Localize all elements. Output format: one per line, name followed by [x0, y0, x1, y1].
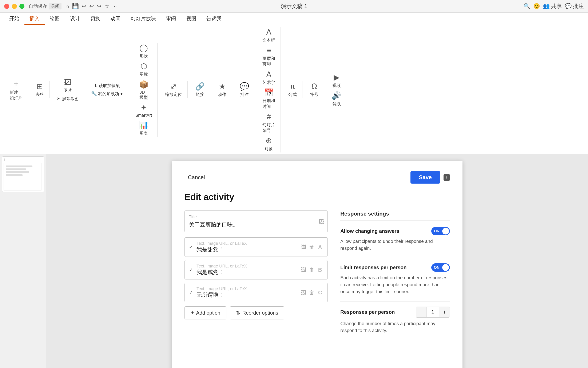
option-actions-b: 🖼 🗑 B [301, 267, 323, 273]
home-icon[interactable]: ⌂ [66, 3, 69, 9]
comment-insert-button[interactable]: 💬 批注 [238, 81, 251, 98]
option-letter-a: A [317, 244, 323, 250]
option-content-a[interactable]: Text, image URL, or LaTeX 我是甜党！ [196, 241, 298, 253]
share-button[interactable]: 👥 共享 [543, 2, 562, 10]
video-icon: ▶ [334, 73, 339, 82]
shapes-icon: ◯ [139, 44, 148, 52]
smartart-button[interactable]: ✦ SmartArt [133, 102, 154, 119]
datetime-button[interactable]: 📅 日期和时间 [260, 87, 277, 110]
action-button[interactable]: ★ 动作 [216, 81, 229, 98]
autosave-badge[interactable]: 关闭 [49, 3, 61, 9]
cancel-button[interactable]: Cancel [184, 172, 208, 182]
account-icon[interactable]: 😊 [533, 3, 540, 9]
allow-changing-toggle[interactable]: ON [431, 227, 450, 235]
screenshot-button[interactable]: ✂ 屏幕截图 [55, 95, 80, 102]
header-footer-button[interactable]: ≡ 页眉和页脚 [260, 45, 277, 68]
tab-tell-me[interactable]: 告诉我 [201, 13, 227, 25]
tab-design[interactable]: 设计 [65, 13, 85, 25]
canvas-area[interactable]: Cancel Save i Edit activity Title 关于豆腐脑的… [46, 154, 588, 368]
group-table: ⊞ 表格 [30, 81, 50, 98]
option-delete-icon-c[interactable]: 🗑 [309, 289, 314, 296]
get-addins-icon: ⬇ [94, 83, 97, 88]
redo-icon[interactable]: ↪ [97, 3, 102, 9]
tab-start[interactable]: 开始 [4, 13, 24, 25]
slide-number-button[interactable]: # 幻灯片编号 [260, 111, 277, 134]
video-button[interactable]: ▶ 视频 [330, 72, 343, 89]
option-content-c[interactable]: Text, image URL, or LaTeX 无所谓啦！ [196, 286, 298, 299]
close-button[interactable] [4, 4, 9, 9]
textbox-button[interactable]: A 文本框 [260, 27, 277, 44]
datetime-label: 日期和时间 [262, 98, 275, 109]
limit-responses-desc: Each activity has a limit on the number … [340, 274, 450, 295]
slide-number: 1 [4, 158, 43, 162]
comment-button[interactable]: 💬 批注 [565, 2, 584, 10]
allow-changing-setting: Allow changing answers ON Allow particip… [340, 227, 450, 252]
save-icon[interactable]: 💾 [72, 3, 79, 9]
autosave-label: 自动保存 [29, 3, 47, 9]
undo-icon[interactable]: ↩ [82, 3, 86, 9]
option-img-icon-c[interactable]: 🖼 [301, 289, 306, 296]
title-image-icon[interactable]: 🖼 [318, 218, 324, 225]
limit-responses-header: Limit responses per person ON [340, 263, 450, 272]
option-delete-icon-a[interactable]: 🗑 [309, 244, 314, 250]
audio-label: 音频 [332, 101, 341, 107]
tab-draw[interactable]: 绘图 [45, 13, 65, 25]
ribbon: 开始 插入 绘图 设计 切换 动画 幻灯片放映 审阅 视图 告诉我 ＋ 新建幻灯… [0, 13, 588, 154]
group-media: ▶ 视频 🔊 音频 [326, 72, 347, 108]
maximize-button[interactable] [19, 4, 24, 9]
plus-icon: + [191, 310, 194, 316]
reorder-options-label: Reorder options [242, 310, 278, 316]
table-button[interactable]: ⊞ 表格 [33, 81, 46, 98]
icons-button[interactable]: ⬡ 图标 [137, 61, 150, 78]
option-check-b: ✓ [189, 267, 193, 273]
tab-transitions[interactable]: 切换 [85, 13, 105, 25]
slide-thumbnail[interactable]: 1 [2, 156, 44, 192]
bookmark-icon[interactable]: ☆ [105, 3, 109, 9]
comment-insert-icon: 💬 [240, 82, 249, 91]
option-img-icon-b[interactable]: 🖼 [301, 267, 306, 273]
more-icon[interactable]: ··· [112, 3, 117, 9]
audio-button[interactable]: 🔊 音频 [330, 91, 343, 108]
save-button[interactable]: Save [410, 171, 440, 184]
tab-view[interactable]: 视图 [181, 13, 201, 25]
image-button[interactable]: 🖼 图片 [61, 77, 74, 94]
tab-animations[interactable]: 动画 [105, 13, 125, 25]
minimize-button[interactable] [12, 4, 17, 9]
title-input-container[interactable]: Title 关于豆腐脑的口味。 🖼 [184, 211, 328, 232]
slide-number-icon: # [267, 112, 271, 121]
reorder-options-button[interactable]: ⇅ Reorder options [230, 306, 284, 319]
stepper-decrement-button[interactable]: − [416, 307, 426, 317]
option-value-b: 我是咸党！ [196, 268, 298, 276]
get-addins-button[interactable]: ⬇ 获取加载项 [92, 82, 122, 89]
object-button[interactable]: ⊕ 对象 [262, 135, 275, 152]
link-icon: 🔗 [195, 82, 205, 91]
option-content-b[interactable]: Text, image URL, or LaTeX 我是咸党！ [196, 264, 298, 276]
new-slide-button[interactable]: ＋ 新建幻灯片 [8, 78, 24, 102]
get-addins-label: 获取加载项 [99, 83, 120, 89]
search-icon[interactable]: 🔍 [524, 3, 530, 9]
link-button[interactable]: 🔗 链接 [193, 81, 207, 98]
limit-responses-toggle[interactable]: ON [431, 263, 450, 272]
tab-review[interactable]: 审阅 [161, 13, 181, 25]
slide-thumb-inner [4, 163, 41, 191]
3d-model-button[interactable]: 📦 3D模型 [137, 79, 151, 101]
thumb-line-4 [6, 174, 22, 176]
my-addins-button[interactable]: 🔧 我的加载项 ▾ [89, 91, 124, 97]
tab-insert[interactable]: 插入 [24, 13, 45, 25]
group-plugins: ⬇ 获取加载项 🔧 我的加载项 ▾ [86, 82, 128, 97]
shapes-button[interactable]: ◯ 形状 [137, 43, 150, 60]
info-icon[interactable]: i [443, 174, 450, 181]
chart-button[interactable]: 📊 图表 [137, 120, 151, 137]
option-img-icon-a[interactable]: 🖼 [301, 244, 306, 250]
option-delete-icon-b[interactable]: 🗑 [309, 267, 314, 273]
undo2-icon[interactable]: ↩ [89, 3, 94, 9]
stepper-increment-button[interactable]: + [439, 307, 450, 317]
wordart-button[interactable]: A 艺术字 [260, 69, 277, 86]
allow-changing-desc: Allow participants to undo their respons… [340, 238, 450, 252]
add-option-button[interactable]: + Add option [184, 306, 226, 319]
tab-slideshow[interactable]: 幻灯片放映 [125, 13, 161, 25]
action-icon: ★ [219, 82, 226, 91]
zoom-button[interactable]: ⤢ 缩放定位 [163, 81, 184, 98]
equation-button[interactable]: π 公式 [286, 81, 299, 98]
symbol-button[interactable]: Ω 符号 [308, 81, 320, 98]
